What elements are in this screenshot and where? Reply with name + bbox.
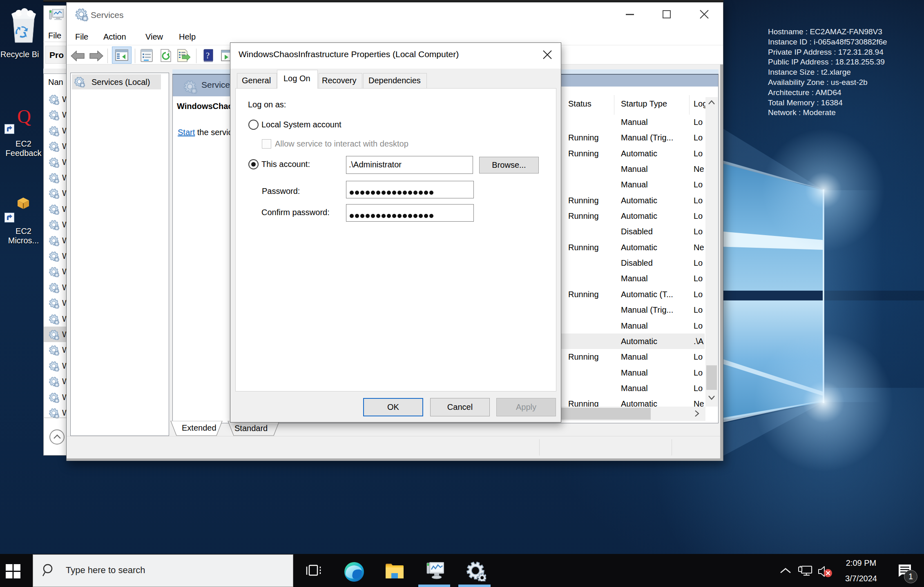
svg-text:?: ? bbox=[206, 51, 210, 60]
